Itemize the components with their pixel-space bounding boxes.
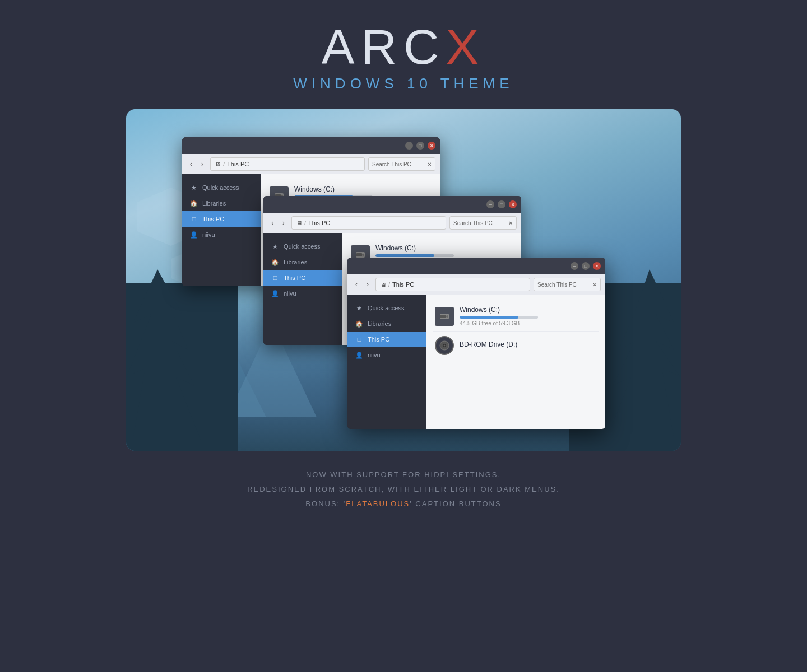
- footer-line-1: NOW WITH SUPPORT FOR HIDPI SETTINGS.: [0, 468, 807, 482]
- sidebar-user-3[interactable]: 👤 niivu: [347, 347, 426, 363]
- search-text-2: Search This PC: [453, 220, 493, 226]
- drive-c-bar-fill-2: [375, 254, 434, 257]
- drive-c-bar-fill-3: [460, 316, 518, 319]
- pc-icon-2: □: [271, 274, 279, 282]
- titlebar-3: ─ □ ✕: [347, 258, 605, 274]
- drive-c-size-3: 44.5 GB free of 59.3 GB: [460, 320, 596, 326]
- sidebar-quick-access-3[interactable]: ★ Quick access: [347, 300, 426, 316]
- path-separator-2: /: [304, 220, 306, 226]
- maximize-button-2[interactable]: □: [498, 200, 505, 208]
- back-button-3[interactable]: ‹: [352, 280, 361, 289]
- footer-line-3: BONUS: 'FLATABULOUS' CAPTION BUTTONS: [0, 497, 807, 511]
- sidebar-label-3-3: This PC: [368, 336, 389, 343]
- drive-d-name-3: BD-ROM Drive (D:): [460, 340, 596, 348]
- star-icon-2: ★: [271, 242, 279, 250]
- sidebar-user-2[interactable]: 👤 niivu: [263, 286, 342, 301]
- sidebar-this-pc-2[interactable]: □ This PC: [263, 270, 342, 286]
- drive-c-info-3: Windows (C:) 44.5 GB free of 59.3 GB: [460, 306, 596, 326]
- minimize-button-3[interactable]: ─: [571, 262, 578, 270]
- drive-c-name-2: Windows (C:): [375, 244, 512, 252]
- search-box-1[interactable]: Search This PC ✕: [368, 157, 435, 171]
- footer-line-2: REDESIGNED FROM SCRATCH, WITH EITHER LIG…: [0, 482, 807, 497]
- dvd-icon-3: [435, 336, 454, 355]
- close-button-1[interactable]: ✕: [428, 142, 435, 150]
- hdd-icon-3: [435, 307, 454, 326]
- sidebar-label-3-1: Quick access: [368, 305, 404, 311]
- sidebar-libraries-2[interactable]: 🏠 Libraries: [263, 254, 342, 270]
- footer-highlight: FLATABULOUS: [346, 500, 410, 508]
- minimize-button-2[interactable]: ─: [486, 200, 494, 208]
- sidebar-this-pc-1[interactable]: □ This PC: [182, 211, 261, 227]
- sidebar-label-1: Quick access: [202, 184, 239, 191]
- close-button-2[interactable]: ✕: [509, 200, 517, 208]
- search-text-1: Search This PC: [372, 161, 411, 167]
- user-icon-1: 👤: [190, 231, 198, 239]
- sidebar-label-2-3: This PC: [284, 274, 305, 281]
- path-icon-3: 🖥: [381, 282, 386, 288]
- sidebar-2: ★ Quick access 🏠 Libraries □ This PC 👤 n…: [263, 233, 342, 345]
- preview-area: ─ □ ✕ ‹ › 🖥 / This PC Search This PC ✕: [126, 109, 681, 451]
- sidebar-label-2-1: Quick access: [284, 243, 320, 250]
- logo-arc-text: ARC: [322, 22, 446, 72]
- sidebar-libraries-1[interactable]: 🏠 Libraries: [182, 195, 261, 211]
- sidebar-quick-access-1[interactable]: ★ Quick access: [182, 180, 261, 195]
- star-icon-1: ★: [190, 184, 198, 192]
- forward-button-1[interactable]: ›: [198, 160, 207, 169]
- search-icon-1: ✕: [427, 161, 432, 167]
- path-separator-1: /: [223, 161, 225, 167]
- pc-icon-1: □: [190, 215, 198, 223]
- window-body-3: ★ Quick access 🏠 Libraries □ This PC 👤 n…: [347, 295, 605, 429]
- forward-button-3[interactable]: ›: [363, 280, 372, 289]
- forward-button-2[interactable]: ›: [279, 218, 288, 227]
- svg-point-5: [362, 254, 364, 256]
- user-icon-3: 👤: [355, 351, 363, 359]
- titlebar-2: ─ □ ✕: [263, 196, 521, 213]
- logo-x-text: X: [446, 22, 486, 72]
- sidebar-1: ★ Quick access 🏠 Libraries □ This PC 👤 n…: [182, 174, 261, 286]
- header: ARCX WINDOWS 10 THEME: [0, 0, 807, 92]
- window-controls-3: ─ □ ✕: [571, 262, 601, 270]
- svg-point-11: [444, 345, 446, 347]
- back-button-1[interactable]: ‹: [187, 160, 196, 169]
- star-icon-3: ★: [355, 304, 363, 312]
- logo: ARCX: [0, 22, 807, 72]
- maximize-button-1[interactable]: □: [416, 142, 424, 150]
- drive-c-bar-bg-2: [375, 254, 454, 257]
- address-path-1[interactable]: 🖥 / This PC: [210, 157, 365, 171]
- nav-buttons-2: ‹ ›: [268, 218, 288, 227]
- path-icon-1: 🖥: [215, 161, 221, 167]
- library-icon-1: 🏠: [190, 199, 198, 207]
- drive-c-bar-bg-3: [460, 316, 538, 319]
- path-separator-3: /: [388, 281, 390, 288]
- drive-d-3: BD-ROM Drive (D:): [433, 332, 599, 360]
- sidebar-libraries-3[interactable]: 🏠 Libraries: [347, 316, 426, 332]
- address-path-2[interactable]: 🖥 / This PC: [291, 216, 446, 230]
- close-button-3[interactable]: ✕: [593, 262, 601, 270]
- search-text-3: Search This PC: [537, 282, 577, 288]
- sidebar-user-1[interactable]: 👤 niivu: [182, 227, 261, 242]
- svg-point-8: [446, 315, 448, 318]
- sidebar-label-3-4: niivu: [368, 352, 381, 358]
- minimize-button-1[interactable]: ─: [405, 142, 413, 150]
- sidebar-label-2-4: niivu: [284, 290, 296, 297]
- sidebar-quick-access-2[interactable]: ★ Quick access: [263, 239, 342, 254]
- back-button-2[interactable]: ‹: [268, 218, 277, 227]
- sidebar-label-2-2: Libraries: [284, 259, 307, 265]
- drive-c-3: Windows (C:) 44.5 GB free of 59.3 GB: [433, 301, 599, 332]
- path-text-2: This PC: [308, 220, 330, 226]
- search-box-3[interactable]: Search This PC ✕: [534, 278, 601, 291]
- search-icon-3: ✕: [592, 282, 597, 288]
- pc-icon-3: □: [355, 335, 363, 343]
- search-box-2[interactable]: Search This PC ✕: [449, 216, 517, 230]
- addressbar-2: ‹ › 🖥 / This PC Search This PC ✕: [263, 213, 521, 233]
- file-explorer-window-3: ─ □ ✕ ‹ › 🖥 / This PC Search This PC ✕: [347, 258, 605, 429]
- search-icon-2: ✕: [508, 220, 513, 226]
- sidebar-label-3: This PC: [202, 216, 224, 222]
- content-area-3: Windows (C:) 44.5 GB free of 59.3 GB: [426, 295, 605, 429]
- addressbar-3: ‹ › 🖥 / This PC Search This PC ✕: [347, 274, 605, 295]
- windows-stack: ─ □ ✕ ‹ › 🖥 / This PC Search This PC ✕: [182, 137, 630, 428]
- address-path-3[interactable]: 🖥 / This PC: [375, 278, 530, 291]
- sidebar-this-pc-3[interactable]: □ This PC: [347, 332, 426, 347]
- subtitle: WINDOWS 10 THEME: [0, 75, 807, 92]
- maximize-button-3[interactable]: □: [582, 262, 590, 270]
